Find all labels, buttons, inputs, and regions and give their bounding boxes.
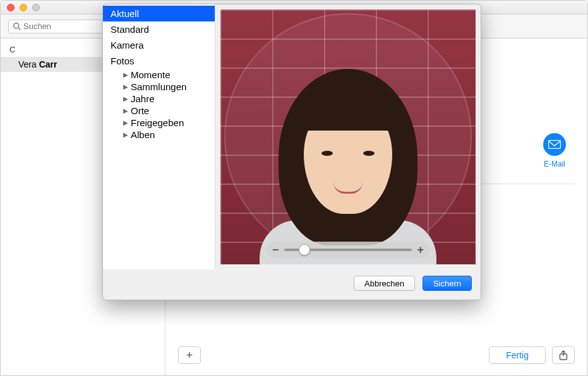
save-button[interactable]: Sichern (423, 276, 472, 291)
source-camera[interactable]: Kamera (103, 37, 215, 53)
share-icon (559, 350, 568, 360)
svg-point-0 (14, 23, 19, 28)
share-button[interactable] (552, 346, 575, 364)
source-current[interactable]: Aktuell (103, 6, 215, 21)
photo-preview-area: − + (215, 4, 481, 269)
svg-rect-2 (549, 141, 561, 149)
email-label: E-Mail (543, 160, 566, 168)
source-default[interactable]: Standard (103, 21, 215, 37)
source-photos[interactable]: Fotos (103, 53, 215, 69)
photo-source-list: Aktuell Standard Kamera Fotos ▶Momente ▶… (103, 4, 215, 269)
zoom-out-icon[interactable]: − (272, 244, 279, 257)
zoom-track[interactable] (284, 249, 412, 251)
zoom-slider[interactable]: − + (266, 242, 430, 258)
disclosure-triangle-icon: ▶ (123, 131, 128, 138)
zoom-thumb[interactable] (299, 244, 310, 256)
disclosure-triangle-icon: ▶ (123, 83, 128, 90)
email-action[interactable]: E-Mail (543, 133, 566, 168)
contact-last-name: Carr (39, 59, 57, 69)
popover-buttons: Abbrechen Sichern (103, 269, 481, 300)
add-button[interactable]: + (178, 346, 201, 364)
photos-shared[interactable]: ▶Freigegeben (103, 117, 215, 129)
search-icon (13, 22, 21, 30)
disclosure-triangle-icon: ▶ (123, 95, 128, 102)
minimize-icon[interactable] (20, 4, 27, 11)
bottom-toolbar: + Fertig (165, 346, 587, 364)
photos-moments[interactable]: ▶Momente (103, 69, 215, 81)
photo-preview[interactable]: − + (220, 9, 476, 264)
portrait-placeholder (253, 56, 443, 264)
window-controls (7, 4, 40, 11)
contact-first-name: Vera (18, 59, 37, 69)
maximize-icon[interactable] (32, 4, 40, 11)
disclosure-triangle-icon: ▶ (123, 71, 128, 78)
photos-years[interactable]: ▶Jahre (103, 93, 215, 105)
close-icon[interactable] (7, 4, 15, 11)
disclosure-triangle-icon: ▶ (123, 119, 128, 126)
photos-collections[interactable]: ▶Sammlungen (103, 81, 215, 93)
zoom-in-icon[interactable]: + (417, 244, 424, 257)
svg-line-1 (18, 28, 20, 30)
photos-albums[interactable]: ▶Alben (103, 129, 215, 141)
mail-icon (543, 133, 566, 156)
done-button[interactable]: Fertig (489, 346, 546, 364)
disclosure-triangle-icon: ▶ (123, 107, 128, 114)
cancel-button[interactable]: Abbrechen (354, 276, 415, 291)
photos-places[interactable]: ▶Orte (103, 105, 215, 117)
photo-picker-popover: Aktuell Standard Kamera Fotos ▶Momente ▶… (102, 4, 481, 300)
